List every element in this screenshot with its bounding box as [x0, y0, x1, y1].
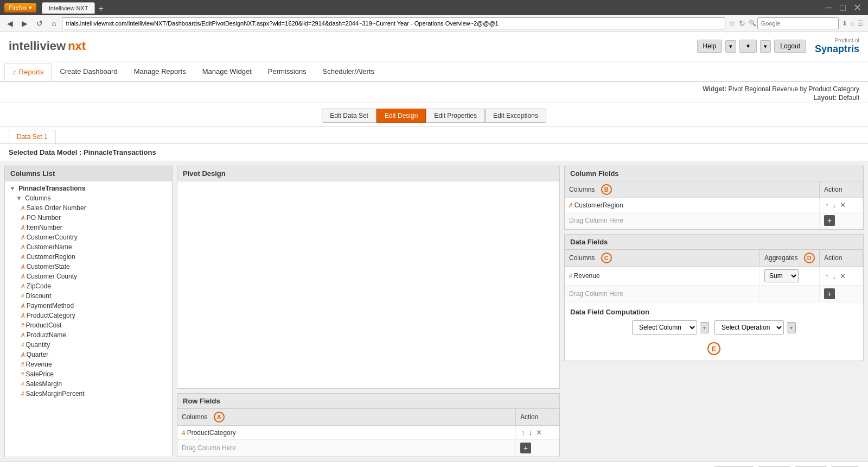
- logout-button[interactable]: Logout: [774, 40, 806, 53]
- dataset-tab[interactable]: Data Set 1: [9, 130, 56, 143]
- list-item[interactable]: AItemNumber: [5, 223, 172, 232]
- nav-tabs: ⌂Reports Create Dashboard Manage Reports…: [0, 61, 868, 82]
- help-button[interactable]: Help: [697, 40, 723, 53]
- tab-permissions[interactable]: Permissions: [260, 62, 315, 80]
- widget-info-bar: Widget: Pivot Regional Revenue by Produc…: [0, 82, 868, 103]
- move-up-button[interactable]: ↑: [824, 201, 830, 209]
- edit-exceptions-tab[interactable]: Edit Exceptions: [485, 109, 546, 123]
- list-item[interactable]: #ProductCost: [5, 320, 172, 330]
- computation-header: Data Field Computation: [570, 308, 858, 316]
- list-item[interactable]: ACustomerCountry: [5, 232, 172, 242]
- list-item[interactable]: #Discount: [5, 291, 172, 301]
- column-fields-header: Column Fields: [565, 166, 863, 181]
- center-panel: Pivot Design Row Fields Columns A Action: [173, 161, 564, 462]
- select-column-dropdown[interactable]: Select Column: [632, 320, 697, 335]
- select-operation-arrow[interactable]: ▾: [787, 322, 796, 333]
- move-down-button[interactable]: ↓: [528, 428, 534, 437]
- delete-button[interactable]: ✕: [839, 272, 847, 280]
- columns-list-body: ▼ PinnacleTransactions ▼ Columns ASales …: [5, 181, 172, 457]
- list-item[interactable]: APO Number: [5, 213, 172, 223]
- help-arrow-button[interactable]: ▾: [725, 40, 736, 53]
- badge-e-container: E: [707, 338, 720, 355]
- toolbar-icon-2: ⌂: [851, 20, 854, 27]
- add-row-button[interactable]: +: [520, 443, 531, 453]
- reload-button[interactable]: ↺: [34, 18, 46, 29]
- list-item[interactable]: AQuarter: [5, 350, 172, 359]
- list-item[interactable]: AProductCategory: [5, 311, 172, 320]
- list-item[interactable]: ACustomerState: [5, 262, 172, 272]
- tab-reports[interactable]: ⌂Reports: [4, 63, 52, 81]
- browser-tab[interactable]: Intelliview NXT: [42, 2, 95, 14]
- tab-manage-widget[interactable]: Manage Widget: [194, 62, 260, 80]
- computation-row: Select Column ▾ Select Operation ▾: [632, 320, 796, 335]
- type-icon: A: [21, 254, 25, 260]
- settings-arrow-button[interactable]: ▾: [760, 40, 771, 53]
- badge-b: B: [601, 184, 612, 195]
- list-item[interactable]: ASales Order Number: [5, 203, 172, 213]
- list-item[interactable]: ACustomerRegion: [5, 252, 172, 262]
- select-operation-dropdown[interactable]: Select Operation: [714, 320, 784, 335]
- row-field-actions: ↑ ↓ ✕: [516, 426, 559, 440]
- list-item[interactable]: ACustomer County: [5, 272, 172, 281]
- list-item[interactable]: #Revenue: [5, 359, 172, 369]
- tab-create-dashboard[interactable]: Create Dashboard: [52, 62, 125, 80]
- type-icon: A: [21, 352, 25, 358]
- move-down-button[interactable]: ↓: [832, 272, 838, 280]
- firefox-button[interactable]: Firefox ▾: [4, 3, 36, 12]
- synaptris-label: Synaptris: [815, 43, 859, 55]
- list-item[interactable]: #SalePrice: [5, 369, 172, 379]
- edit-properties-tab[interactable]: Edit Properties: [426, 109, 485, 123]
- close-icon[interactable]: ✕: [853, 2, 861, 14]
- logo-nxt: nxt: [68, 39, 86, 53]
- data-field-name: #Revenue: [565, 267, 760, 286]
- type-icon: A: [21, 205, 25, 211]
- list-item[interactable]: ACustomerName: [5, 242, 172, 252]
- new-tab-button[interactable]: +: [98, 4, 103, 14]
- aggregate-select[interactable]: Sum Count Avg Min Max: [764, 269, 799, 282]
- data-columns-header: Columns C: [565, 250, 760, 267]
- header-right: Help ▾ ✦ ▾ Logout Product of Synaptris: [697, 37, 859, 55]
- list-item[interactable]: AProductName: [5, 330, 172, 340]
- edit-design-tab[interactable]: Edit Design: [376, 109, 426, 123]
- move-down-button[interactable]: ↓: [832, 201, 838, 209]
- type-icon: A: [182, 430, 186, 436]
- minimize-icon[interactable]: ─: [825, 2, 832, 14]
- dataset-tab-container: Data Set 1: [0, 127, 868, 144]
- badge-e: E: [707, 342, 720, 355]
- type-icon: A: [21, 235, 25, 241]
- list-item[interactable]: #Quantity: [5, 340, 172, 350]
- tree-group-columns: ▼ Columns: [5, 193, 172, 203]
- move-up-button[interactable]: ↑: [824, 272, 830, 280]
- move-up-button[interactable]: ↑: [520, 428, 526, 437]
- tree-root: ▼ PinnacleTransactions: [5, 184, 172, 193]
- add-data-button[interactable]: +: [824, 288, 835, 299]
- back-nav-button[interactable]: ◀: [4, 18, 16, 29]
- tab-manage-reports[interactable]: Manage Reports: [126, 62, 194, 80]
- edit-data-set-tab[interactable]: Edit Data Set: [322, 109, 376, 123]
- url-bar[interactable]: [62, 17, 725, 29]
- row-field-name: AProductCategory: [177, 426, 516, 440]
- tab-scheduler-alerts[interactable]: Scheduler/Alerts: [315, 62, 382, 80]
- synaptris-logo: Product of Synaptris: [815, 37, 859, 55]
- drag-here-label: Drag Column Here: [565, 212, 820, 229]
- add-col-button[interactable]: +: [824, 215, 835, 226]
- list-item[interactable]: #SalesMargin: [5, 379, 172, 389]
- settings-button[interactable]: ✦: [739, 40, 757, 53]
- list-item[interactable]: APaymentMethod: [5, 301, 172, 311]
- forward-nav-button[interactable]: ▶: [19, 18, 30, 29]
- data-fields-table: Columns C Aggregates D Action #Revenue: [565, 250, 863, 302]
- select-column-arrow[interactable]: ▾: [700, 322, 709, 333]
- restore-icon[interactable]: □: [840, 2, 846, 14]
- tab-bar: Intelliview NXT +: [42, 2, 104, 14]
- delete-button[interactable]: ✕: [839, 201, 847, 209]
- list-item[interactable]: #SalesMarginPercent: [5, 389, 172, 399]
- home-nav-button[interactable]: ⌂: [49, 18, 59, 29]
- table-row: Drag Column Here +: [565, 212, 863, 229]
- type-icon: A: [21, 215, 25, 221]
- search-input[interactable]: [757, 17, 839, 29]
- col-action-header: Action: [820, 181, 863, 198]
- col-field-actions: ↑ ↓ ✕: [820, 198, 863, 212]
- list-item[interactable]: AZipCode: [5, 281, 172, 291]
- delete-button[interactable]: ✕: [535, 428, 543, 437]
- type-icon: A: [21, 283, 25, 289]
